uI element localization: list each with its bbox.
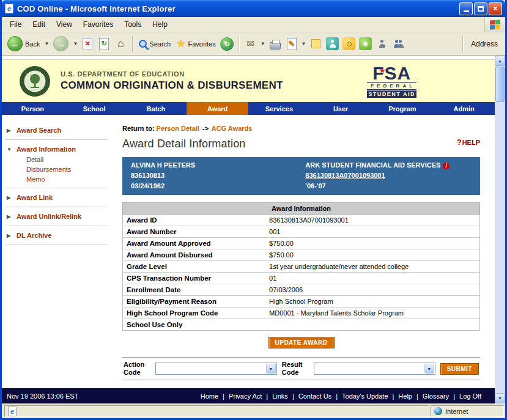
table-row: Award ID 836130813A07001093001 (123, 215, 480, 226)
history-button[interactable]: ↻ (220, 36, 234, 52)
back-icon: ← (7, 36, 23, 51)
update-award-button[interactable]: UPDATE AWARD (268, 337, 335, 348)
person-button[interactable] (375, 36, 390, 52)
web-page: U.S. DEPARTMENT OF EDUCATION COMMON ORIG… (2, 56, 495, 403)
footer-timestamp: Nov 19 2006 13:06 EST (7, 392, 78, 400)
vertical-scrollbar[interactable]: ▲ ▼ (495, 56, 505, 403)
fsa-logo: FSA★ FEDERAL STUDENT AID (367, 65, 416, 98)
breadcrumb-acg-awards-link[interactable]: ACG Awards (212, 125, 253, 132)
menu-file[interactable]: File (4, 18, 27, 31)
footer-separator: | (416, 392, 418, 400)
submit-button[interactable]: SUBMIT (440, 363, 479, 375)
tab-person[interactable]: Person (2, 102, 64, 115)
action-code-select[interactable]: ▼ (155, 363, 277, 375)
scrollbar-track[interactable] (495, 66, 505, 393)
sidebar-subitem-disbursements[interactable]: Disbursements (2, 164, 115, 174)
scrollbar-thumb[interactable] (495, 67, 505, 102)
tab-award[interactable]: Award (187, 102, 248, 115)
footer-link-todays-update[interactable]: Today's Update (342, 392, 388, 400)
sidebar-divider (6, 245, 108, 245)
award-info-table-header: Award Information (123, 203, 480, 215)
footer-link-log-off[interactable]: Log Off (459, 392, 481, 400)
search-button[interactable]: Search (137, 39, 172, 49)
result-code-label: Result Code (282, 361, 309, 377)
help-question-icon: ? (457, 138, 462, 147)
close-button[interactable]: × (489, 2, 502, 15)
status-page-icon: e (8, 407, 17, 416)
minimize-button[interactable] (459, 2, 473, 15)
help-link[interactable]: ? HELP (457, 138, 480, 147)
menu-view[interactable]: View (51, 18, 78, 31)
primary-nav: Person School Batch Award Services User … (2, 102, 495, 115)
table-row: CPS Transaction Number 01 (123, 273, 480, 284)
dropdown-arrow-icon: ▼ (266, 364, 276, 374)
sidebar-item-award-information[interactable]: ▼ Award Information (2, 144, 115, 155)
menu-tools[interactable]: Tools (119, 18, 147, 31)
icq-button[interactable]: ∗ (358, 36, 373, 52)
sidebar-item-dl-archive[interactable]: ▶ DL Archive (2, 230, 115, 241)
footer-separator: | (453, 392, 455, 400)
breadcrumb: Return to: Person Detail -> ACG Awards (122, 125, 480, 132)
footer-link-privacy-act[interactable]: Privacy Act (229, 392, 262, 400)
forward-button[interactable]: → (51, 35, 70, 53)
application-title: COMMON ORIGINATION & DISBURSEMENT (61, 79, 283, 92)
home-button[interactable]: ⌂ (113, 36, 128, 52)
menu-help[interactable]: Help (147, 18, 173, 31)
tab-admin[interactable]: Admin (433, 102, 495, 115)
browser-window: e COD Online - Microsoft Internet Explor… (0, 0, 507, 420)
search-icon (139, 40, 147, 48)
refresh-button[interactable]: ↻ (97, 36, 111, 52)
yahoo-messenger-button[interactable]: ☺ (342, 36, 357, 52)
footer-link-help[interactable]: Help (398, 392, 412, 400)
result-code-select[interactable]: ▼ (314, 363, 435, 375)
award-year: '06-'07 (305, 181, 472, 191)
sidebar-divider (6, 226, 108, 226)
stop-button[interactable]: ✕ (80, 36, 95, 52)
sidebar-item-award-unlink-relink[interactable]: ▶ Award Unlink/Relink (2, 211, 115, 222)
table-row: Eligibility/Payment Reason High School P… (123, 296, 480, 308)
sidebar-subitem-memo[interactable]: Memo (2, 174, 115, 184)
edit-button[interactable]: ✎ (284, 36, 299, 52)
mail-dropdown-icon[interactable]: ▼ (260, 41, 266, 46)
contacts-button[interactable] (391, 36, 406, 52)
sidebar-subitem-detail[interactable]: Detail (2, 155, 115, 164)
footer-link-links[interactable]: Links (272, 392, 288, 400)
person-dob: 03/24/1962 (131, 181, 305, 191)
scroll-up-button[interactable]: ▲ (495, 56, 505, 66)
edit-dropdown-icon[interactable]: ▼ (301, 41, 307, 46)
menu-edit[interactable]: Edit (27, 18, 51, 31)
tab-user[interactable]: User (310, 102, 372, 115)
award-id-link[interactable]: 836130813A07001093001 (305, 171, 472, 181)
browser-toolbar: ← Back ▼ → ▼ ✕ ↻ ⌂ Search ★ Favorites ↻ … (2, 32, 505, 56)
table-row: School Use Only (123, 319, 480, 331)
breadcrumb-person-detail-link[interactable]: Person Detail (157, 125, 199, 132)
back-button[interactable]: ← Back (6, 35, 42, 53)
menu-favorites[interactable]: Favorites (78, 18, 119, 31)
footer-separator: | (266, 392, 268, 400)
sidebar-item-award-link[interactable]: ▶ Award Link (2, 192, 115, 203)
footer-link-home[interactable]: Home (201, 392, 218, 400)
back-dropdown-icon[interactable]: ▼ (43, 41, 50, 46)
footer-link-glossary[interactable]: Glossary (423, 392, 449, 400)
discuss-button[interactable] (309, 36, 324, 52)
info-icon[interactable]: i (443, 163, 450, 169)
forward-dropdown-icon[interactable]: ▼ (72, 41, 78, 46)
table-row: Award Amount Disbursed $750.00 (123, 249, 480, 261)
print-button[interactable] (268, 36, 283, 52)
footer-link-contact-us[interactable]: Contact Us (298, 392, 331, 400)
maximize-button[interactable] (474, 2, 487, 15)
tab-program[interactable]: Program (372, 102, 434, 115)
messenger-button[interactable] (325, 36, 340, 52)
sidebar-divider (6, 207, 108, 207)
window-title: COD Online - Microsoft Internet Explorer (17, 4, 176, 13)
tab-services[interactable]: Services (248, 102, 310, 115)
person-summary-box: ALVINA H PEETERS 836130813 03/24/1962 AR… (122, 157, 480, 195)
tab-school[interactable]: School (64, 102, 125, 115)
tab-batch[interactable]: Batch (125, 102, 187, 115)
sidebar-item-award-search[interactable]: ▶ Award Search (2, 125, 115, 136)
mail-button[interactable]: ✉ (243, 36, 258, 52)
favorites-button[interactable]: ★ Favorites (174, 36, 218, 51)
toolbar-separator (239, 36, 239, 52)
address-bar-label[interactable]: Address (467, 40, 501, 48)
scroll-down-button[interactable]: ▼ (495, 393, 505, 403)
